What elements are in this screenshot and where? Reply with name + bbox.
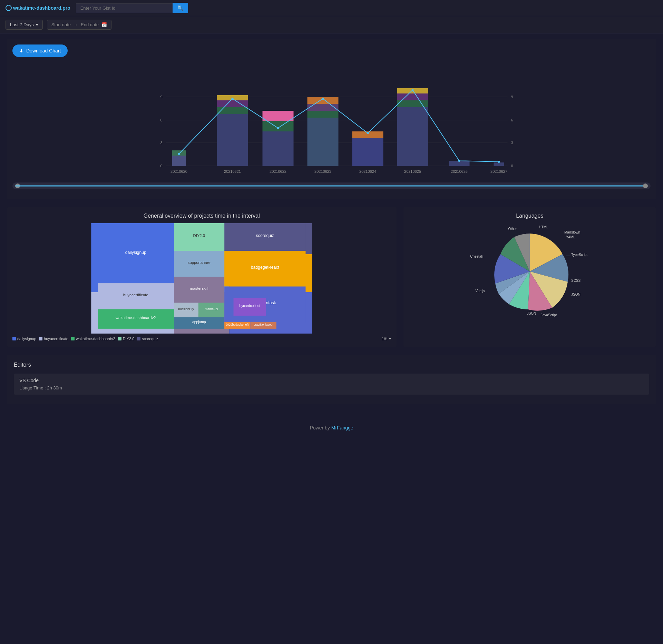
legend-label-wakatime: wakatime-dashboardv2 (76, 337, 115, 341)
svg-text:2020badgebenefit: 2020badgebenefit (226, 323, 249, 326)
treemap-overlay: dailysignup huyacertificate wakatime-das… (12, 223, 391, 334)
legend-diy: DIY2.0 (118, 336, 135, 341)
svg-text:6: 6 (511, 118, 513, 122)
logo: wakatime-dashboard.pro (6, 5, 70, 11)
svg-text:TypeScript: TypeScript (571, 253, 587, 257)
languages-chart: TypeScript SCSS JSON JSON Vue.js Cheetah… (409, 223, 651, 320)
svg-text:hycardcollect: hycardcollect (239, 304, 260, 308)
svg-text:scorequiz: scorequiz (256, 233, 274, 238)
svg-text:YAML: YAML (566, 235, 575, 239)
languages-title: Languages (409, 213, 651, 219)
svg-point-35 (277, 127, 279, 129)
legend-label-diy: DIY2.0 (123, 337, 135, 341)
svg-rect-27 (397, 107, 428, 166)
svg-text:JavaScript: JavaScript (540, 313, 557, 317)
svg-text:20210627: 20210627 (490, 169, 507, 174)
legend-dot-wakatime (71, 337, 75, 340)
svg-rect-22 (308, 111, 339, 118)
bottom-row: General overview of projects time in the… (7, 207, 656, 347)
svg-rect-12 (172, 156, 186, 166)
svg-text:3: 3 (511, 141, 513, 145)
svg-text:20210626: 20210626 (451, 169, 468, 174)
legend-dot-dailysignup (12, 337, 16, 340)
bar-chart-container: 0 3 6 9 0 3 6 9 (12, 62, 651, 194)
search-container: 🔍 (76, 3, 188, 13)
chart-section: ⬇ Download Chart 0 3 6 9 0 3 6 9 (7, 39, 656, 199)
start-date: Start date (51, 22, 71, 27)
svg-rect-32 (494, 162, 504, 166)
legend-wakatime: wakatime-dashboardv2 (71, 336, 115, 341)
days-label: Last 7 Days (10, 22, 34, 27)
download-chart-button[interactable]: ⬇ Download Chart (12, 44, 68, 57)
slider-right-handle[interactable] (643, 184, 648, 188)
svg-point-39 (458, 160, 460, 162)
svg-text:20210624: 20210624 (359, 169, 376, 174)
svg-text:JSON: JSON (527, 311, 536, 315)
treemap-container: dailysignup DIY2.0 scorequiz supportshar… (12, 223, 391, 334)
treemap-legend: dailysignup huyacertificate wakatime-das… (12, 336, 391, 341)
svg-rect-14 (217, 114, 248, 166)
legend-label-dailysignup: dailysignup (17, 337, 36, 341)
svg-text:Cheetah: Cheetah (470, 255, 483, 258)
main-content: ⬇ Download Chart 0 3 6 9 0 3 6 9 (0, 33, 663, 418)
svg-point-38 (412, 89, 414, 91)
svg-rect-29 (397, 93, 428, 100)
svg-text:missionDiy: missionDiy (178, 307, 194, 311)
search-input[interactable] (76, 3, 173, 13)
chevron-down-icon: ▾ (36, 22, 38, 27)
svg-text:6: 6 (160, 118, 162, 122)
editor-usage: Usage Time : 2h 30m (19, 385, 644, 390)
chevron-down-icon-legend[interactable]: ▾ (389, 336, 391, 341)
treemap-svg2: dailysignup huyacertificate wakatime-das… (12, 223, 391, 334)
svg-text:iframe-lpl: iframe-lpl (205, 307, 218, 311)
svg-text:DIY2.0: DIY2.0 (193, 234, 205, 238)
svg-rect-19 (263, 121, 294, 131)
svg-text:9: 9 (160, 95, 162, 99)
svg-point-34 (232, 98, 234, 100)
download-icon: ⬇ (19, 48, 23, 53)
svg-text:20210621: 20210621 (224, 169, 241, 174)
search-button[interactable]: 🔍 (173, 3, 188, 13)
download-btn-label: Download Chart (26, 48, 61, 53)
svg-text:badgeget-react: badgeget-react (251, 265, 280, 270)
legend-dot-diy (118, 337, 121, 340)
svg-text:JSON: JSON (571, 293, 581, 296)
svg-rect-20 (263, 111, 294, 121)
svg-text:HTML: HTML (539, 225, 548, 229)
bar-chart-svg: 0 3 6 9 0 3 6 9 (12, 62, 651, 180)
svg-text:appjump: appjump (192, 320, 206, 324)
treemap-title: General overview of projects time in the… (12, 213, 391, 219)
svg-point-33 (178, 153, 180, 155)
svg-rect-16 (217, 100, 248, 107)
legend-navigation[interactable]: 1/6 ▾ (382, 336, 391, 341)
end-date: End date (81, 22, 99, 27)
chart-slider[interactable] (12, 182, 651, 189)
svg-text:Other: Other (508, 227, 517, 231)
arrow-icon: → (74, 22, 78, 27)
legend-dot-scorequiz (137, 337, 140, 340)
svg-text:dailysignup: dailysignup (125, 250, 146, 255)
editor-name: VS Code (19, 378, 644, 383)
svg-text:20210625: 20210625 (404, 169, 421, 174)
svg-text:SCSS: SCSS (571, 279, 581, 283)
svg-text:practitionlayout: practitionlayout (254, 323, 274, 326)
languages-section: Languages (403, 207, 656, 347)
header: wakatime-dashboard.pro 🔍 (0, 0, 663, 16)
editor-item-vscode: VS Code Usage Time : 2h 30m (14, 374, 649, 395)
svg-text:20210623: 20210623 (314, 169, 331, 174)
svg-text:9: 9 (511, 95, 513, 99)
editors-title: Editors (14, 362, 649, 368)
svg-text:0: 0 (160, 164, 162, 168)
footer-link[interactable]: MrFangge (331, 425, 353, 430)
date-range[interactable]: Start date → End date 📅 (47, 20, 111, 30)
days-dropdown[interactable]: Last 7 Days ▾ (6, 20, 43, 30)
slider-track (15, 186, 648, 187)
legend-dailysignup: dailysignup (12, 336, 36, 341)
editors-section: Editors VS Code Usage Time : 2h 30m (7, 355, 656, 404)
languages-pie-svg: TypeScript SCSS JSON JSON Vue.js Cheetah… (464, 223, 595, 320)
legend-page: 1/6 (382, 336, 388, 341)
treemap-section: General overview of projects time in the… (7, 207, 397, 347)
legend-dot-huyacertificate (39, 337, 42, 340)
svg-rect-21 (308, 118, 339, 166)
svg-rect-18 (263, 131, 294, 166)
